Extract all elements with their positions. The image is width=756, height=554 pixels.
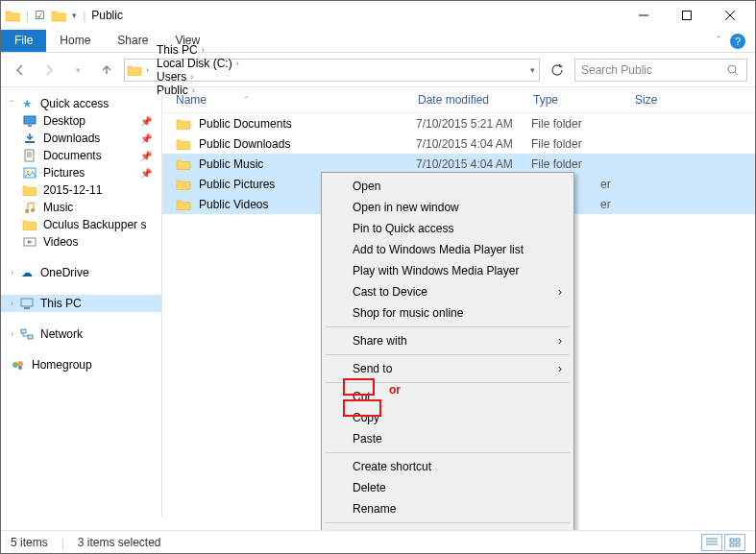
svg-rect-21 (736, 543, 740, 546)
documents-icon (22, 149, 37, 162)
sidebar-item-label: Music (43, 201, 73, 214)
folder-icon (22, 183, 37, 197)
qat-newfolder-icon[interactable] (51, 9, 66, 22)
column-header-size[interactable]: Size (635, 93, 693, 107)
context-menu-item[interactable]: Delete (324, 477, 572, 498)
address-bar[interactable]: › This PC›Local Disk (C:)›Users›Public› … (124, 59, 540, 82)
file-date: 7/10/2015 4:04 AM (416, 137, 531, 151)
nav-recent-chevron-icon[interactable]: ▾ (66, 59, 89, 82)
context-menu-item[interactable]: Send to (324, 358, 572, 379)
address-dropdown-icon[interactable]: ▾ (530, 65, 535, 75)
column-header-row: Nameˆ Date modified Type Size (162, 87, 755, 113)
svg-point-17 (18, 366, 22, 370)
search-input[interactable]: Search Public (574, 59, 747, 82)
qat-chevron-icon[interactable]: ▾ (72, 11, 77, 20)
svg-rect-3 (28, 125, 32, 127)
sidebar-item[interactable]: Pictures📌 (1, 164, 161, 181)
sidebar-network[interactable]: › Network (1, 325, 161, 343)
svg-rect-4 (25, 141, 35, 143)
refresh-button[interactable] (546, 59, 569, 82)
table-row[interactable]: Public Music7/10/2015 4:04 AMFile folder (162, 154, 755, 174)
sidebar-quick-access[interactable]: ˇ ★ Quick access (1, 95, 161, 112)
svg-rect-11 (21, 299, 33, 306)
nav-up-button[interactable] (95, 59, 118, 82)
chevron-down-icon: ˇ (11, 99, 13, 108)
context-menu-item[interactable]: Share with (324, 330, 572, 351)
context-menu-item[interactable]: Open (324, 176, 572, 197)
table-row[interactable]: Public Documents7/10/2015 5:21 AMFile fo… (162, 113, 755, 133)
view-details-button[interactable] (701, 534, 722, 551)
column-header-type[interactable]: Type (533, 93, 635, 107)
column-header-date[interactable]: Date modified (418, 93, 533, 107)
sidebar-onedrive[interactable]: › ☁ OneDrive (1, 264, 161, 281)
tab-home[interactable]: Home (46, 30, 104, 52)
sidebar-item-label: Desktop (43, 114, 85, 128)
file-name: Public Music (199, 157, 263, 171)
svg-point-7 (27, 171, 30, 174)
sidebar-homegroup[interactable]: Homegroup (1, 356, 161, 373)
sidebar-item-label: Downloads (43, 132, 100, 145)
sidebar-item-label: Documents (43, 149, 102, 162)
search-placeholder: Search Public (581, 63, 652, 77)
desktop-icon (22, 114, 37, 128)
sidebar-item-label: Quick access (40, 97, 109, 110)
folder-icon (176, 117, 191, 131)
breadcrumb-segment[interactable]: This PC› (153, 43, 243, 57)
context-menu-separator (326, 354, 570, 355)
context-menu-item[interactable]: Pin to Quick access (324, 218, 572, 239)
breadcrumb-segment[interactable]: Users› (153, 70, 243, 84)
ribbon-expand-icon[interactable]: ˇ (718, 36, 720, 46)
this-pc-icon (19, 297, 35, 310)
nav-forward-button[interactable] (37, 59, 61, 82)
maximize-button[interactable] (665, 2, 708, 29)
context-menu-item[interactable]: Add to Windows Media Player list (324, 239, 572, 260)
svg-rect-13 (21, 329, 26, 333)
chevron-right-icon: › (11, 268, 13, 277)
close-button[interactable] (708, 2, 751, 29)
context-menu-item[interactable]: Open in new window (324, 197, 572, 218)
sidebar-item[interactable]: Downloads📌 (1, 130, 161, 147)
sidebar-item[interactable]: Music (1, 199, 161, 216)
folder-icon (176, 157, 191, 171)
help-icon[interactable]: ? (730, 34, 745, 49)
file-type: File folder (531, 157, 633, 171)
context-menu-item[interactable]: Paste (324, 428, 572, 449)
file-name: Public Downloads (199, 137, 290, 151)
sidebar-item[interactable]: 2015-12-11 (1, 181, 161, 199)
file-type: File folder (531, 137, 633, 151)
sidebar-item[interactable]: Oculus Backupper s (1, 216, 161, 233)
chevron-right-icon: › (11, 299, 13, 308)
context-menu-item[interactable]: Create shortcut (324, 456, 572, 477)
column-header-name[interactable]: Nameˆ (170, 93, 418, 107)
sidebar: ˇ ★ Quick access Desktop📌Downloads📌Docum… (1, 87, 162, 518)
view-large-icons-button[interactable] (724, 534, 745, 551)
folder-icon (176, 178, 191, 191)
pictures-icon (22, 166, 37, 180)
context-menu-item[interactable]: Rename (324, 498, 572, 519)
sidebar-item-label: OneDrive (40, 266, 89, 279)
context-menu: OpenOpen in new windowPin to Quick acces… (321, 172, 574, 551)
qat-properties-icon[interactable]: ☑ (35, 9, 45, 22)
sidebar-item-label: Pictures (43, 166, 85, 180)
annotation-cut-box (343, 378, 375, 396)
minimize-button[interactable] (622, 2, 665, 29)
folder-icon (176, 198, 191, 211)
svg-rect-5 (25, 150, 34, 161)
nav-back-button[interactable] (9, 59, 32, 82)
sidebar-item[interactable]: Desktop📌 (1, 112, 161, 130)
context-menu-item[interactable]: Play with Windows Media Player (324, 260, 572, 281)
breadcrumb-segment[interactable]: Local Disk (C:)› (153, 57, 243, 70)
context-menu-item[interactable]: Cast to Device (324, 281, 572, 302)
file-name: Public Documents (199, 117, 292, 131)
file-name: Public Videos (199, 198, 269, 211)
sidebar-this-pc[interactable]: › This PC (1, 295, 161, 312)
table-row[interactable]: Public Downloads7/10/2015 4:04 AMFile fo… (162, 133, 755, 154)
tab-file[interactable]: File (1, 30, 46, 52)
address-folder-icon (127, 63, 142, 77)
address-chevron-icon[interactable]: › (142, 65, 153, 75)
svg-point-15 (12, 362, 18, 368)
context-menu-item[interactable]: Shop for music online (324, 302, 572, 324)
sidebar-item-label: 2015-12-11 (43, 183, 102, 197)
sidebar-item[interactable]: Videos (1, 233, 161, 251)
sidebar-item[interactable]: Documents📌 (1, 147, 161, 164)
